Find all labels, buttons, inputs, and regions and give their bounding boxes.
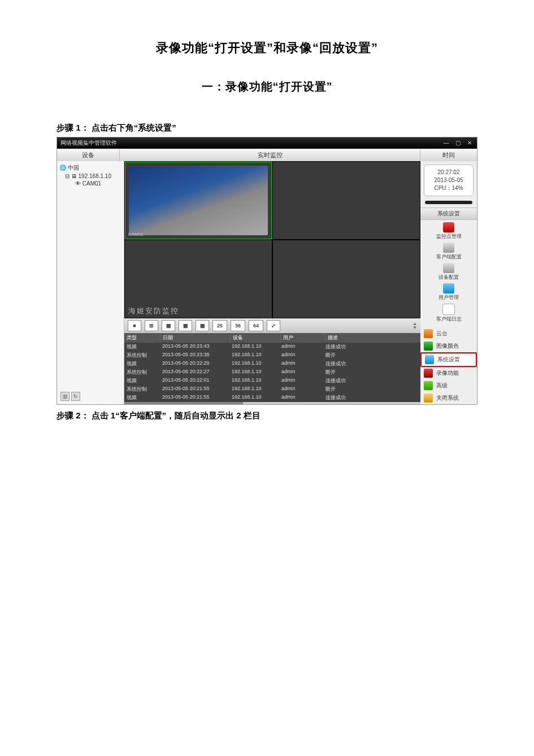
video-cell-1[interactable]: CAM01 [125, 162, 272, 239]
right-item[interactable]: 系统设置 [420, 352, 477, 367]
action-label: 系统设置 [437, 356, 460, 364]
tree-root-label: 中国 [68, 165, 79, 171]
doc-subtitle: 一：录像功能“打开设置” [57, 79, 477, 94]
log-row: 视频2013-05-05 20:23:43192.168.1.10admin连接… [124, 343, 420, 351]
settings-icon [443, 263, 454, 273]
settings-label: 客户端日志 [436, 316, 462, 323]
fullscreen-button[interactable]: ⤢ [267, 320, 280, 331]
top-tabs: 设备 实时监控 时间 [57, 149, 477, 161]
tree-root[interactable]: 🌐 中国 [59, 163, 121, 172]
log-header: 类型 日期 设备 用户 描述 [124, 333, 420, 343]
action-icon [425, 355, 434, 364]
camera-label: CAM01 [128, 232, 144, 237]
settings-item[interactable]: 客户端配置 [436, 243, 462, 261]
action-label: 录像功能 [436, 369, 459, 377]
settings-list: 监控点管理客户端配置设备配置用户管理客户端日志 [420, 220, 477, 325]
page-up-down[interactable]: ▲▼ [413, 322, 417, 330]
layout-toolbar: ■ ⊞ ▦ ▦ ▦ 25 36 64 ⤢ ▲▼ [124, 318, 420, 333]
settings-icon [443, 283, 454, 293]
main-area: CAM01 海姬安防监控 ■ ⊞ ▦ ▦ ▦ 25 36 64 [124, 161, 420, 404]
layout-16-button[interactable]: ▦ [196, 320, 209, 331]
right-item[interactable]: 关闭系统 [420, 392, 477, 404]
settings-label: 用户管理 [439, 294, 459, 301]
log-row: 视频2013-05-05 20:22:01192.168.1.10admin连接… [124, 377, 420, 385]
clock-panel: 20:27:02 2013-05-05 CPU：14% [424, 165, 474, 196]
settings-icon [442, 304, 455, 315]
minimize-button[interactable]: — [442, 139, 450, 147]
action-label: 图像颜色 [436, 342, 459, 350]
log-col-type: 类型 [124, 333, 160, 343]
tree-ip-label: 192.168.1.10 [79, 173, 111, 179]
titlebar: 网络视频集中管理软件 — ▢ ✕ [57, 137, 477, 149]
tab-time[interactable]: 时间 [420, 149, 477, 161]
log-col-device: 设备 [231, 333, 281, 343]
log-col-date: 日期 [160, 333, 231, 343]
watermark: 海姬安防监控 [128, 306, 179, 316]
log-row: 视频2013-05-05 20:21:55192.168.1.10admin连接… [124, 394, 420, 402]
settings-label: 设备配置 [439, 274, 459, 281]
layout-36-button[interactable]: 36 [231, 320, 245, 331]
log-row: 视频2013-05-05 20:22:29192.168.1.10admin连接… [124, 360, 420, 368]
settings-icon [443, 222, 454, 232]
right-action-list: 云台图像颜色系统设置录像功能高级关闭系统 [420, 327, 477, 404]
layout-25-button[interactable]: 25 [212, 320, 227, 331]
action-label: 关闭系统 [436, 394, 459, 402]
window-buttons: — ▢ ✕ [440, 137, 474, 149]
right-item[interactable]: 图像颜色 [420, 340, 477, 352]
tree-cam-label: CAM01 [83, 180, 101, 187]
log-col-user: 用户 [281, 333, 325, 343]
log-panel: 类型 日期 设备 用户 描述 视频2013-05-05 20:23:43192.… [124, 333, 420, 404]
tree-cam[interactable]: 👁 CAM01 [59, 180, 121, 187]
layout-9-button[interactable]: ▦ [179, 320, 192, 331]
clock-date: 2013-05-05 [427, 176, 471, 184]
right-item[interactable]: 云台 [420, 327, 477, 340]
settings-item[interactable]: 监控点管理 [436, 222, 462, 240]
device-tree: 🌐 中国 ⊟ 🖥 192.168.1.10 👁 CAM01 ▥ ↻ [57, 161, 124, 404]
tree-footer-buttons: ▥ ↻ [59, 391, 121, 402]
tree-btn-refresh[interactable]: ↻ [71, 392, 80, 401]
tab-devices[interactable]: 设备 [57, 149, 120, 161]
settings-item[interactable]: 用户管理 [439, 283, 459, 301]
layout-4-button[interactable]: ⊞ [145, 320, 158, 331]
camera-feed [129, 166, 268, 235]
tree-btn-1[interactable]: ▥ [60, 392, 70, 401]
section-system-settings[interactable]: 系统设置 [420, 208, 477, 220]
settings-item[interactable]: 客户端日志 [436, 304, 462, 323]
right-sidebar: 20:27:02 2013-05-05 CPU：14% 系统设置 监控点管理客户… [420, 161, 477, 404]
step-2: 步骤 2： 点击 1“客户端配置”，随后自动显示出 2 栏目 [57, 411, 477, 421]
log-scrollbar[interactable] [124, 402, 420, 404]
right-item[interactable]: 高级 [420, 379, 477, 392]
action-label: 云台 [436, 330, 448, 338]
layout-6-button[interactable]: ▦ [162, 320, 175, 331]
doc-title: 录像功能“打开设置”和录像“回放设置” [57, 40, 477, 57]
layout-64-button[interactable]: 64 [249, 320, 263, 331]
video-cell-4[interactable] [273, 240, 420, 318]
app-title: 网络视频集中管理软件 [60, 137, 117, 149]
video-cell-3[interactable]: 海姬安防监控 [125, 240, 272, 318]
maximize-button[interactable]: ▢ [454, 139, 462, 147]
action-icon [424, 369, 433, 378]
layout-1-button[interactable]: ■ [128, 320, 141, 331]
settings-icon [443, 243, 454, 253]
tab-live[interactable]: 实时监控 [120, 149, 420, 161]
action-label: 高级 [436, 382, 448, 390]
tree-ip[interactable]: ⊟ 🖥 192.168.1.10 [59, 172, 121, 180]
settings-label: 监控点管理 [436, 233, 462, 240]
video-grid: CAM01 海姬安防监控 [124, 161, 420, 318]
settings-label: 客户端配置 [436, 253, 462, 261]
clock-cpu: CPU：14% [427, 184, 471, 192]
log-col-desc: 描述 [325, 333, 420, 343]
cpu-bar [425, 201, 472, 204]
clock-time: 20:27:02 [427, 169, 471, 176]
close-button[interactable]: ✕ [466, 139, 474, 147]
step-1: 步骤 1： 点击右下角“系统设置” [57, 123, 477, 133]
action-icon [424, 329, 433, 338]
settings-item[interactable]: 设备配置 [439, 263, 459, 281]
right-item[interactable]: 录像功能 [420, 367, 477, 379]
log-row: 系统控制2013-05-05 20:22:27192.168.1.10admin… [124, 368, 420, 377]
action-icon [424, 381, 433, 390]
log-row: 系统控制2013-05-05 20:21:55192.168.1.10admin… [124, 385, 420, 394]
video-cell-2[interactable] [273, 162, 420, 239]
log-row: 系统控制2013-05-05 20:23:38192.168.1.10admin… [124, 351, 420, 360]
app-window: 网络视频集中管理软件 — ▢ ✕ 设备 实时监控 时间 🌐 中国 ⊟ 🖥 192… [57, 137, 477, 405]
